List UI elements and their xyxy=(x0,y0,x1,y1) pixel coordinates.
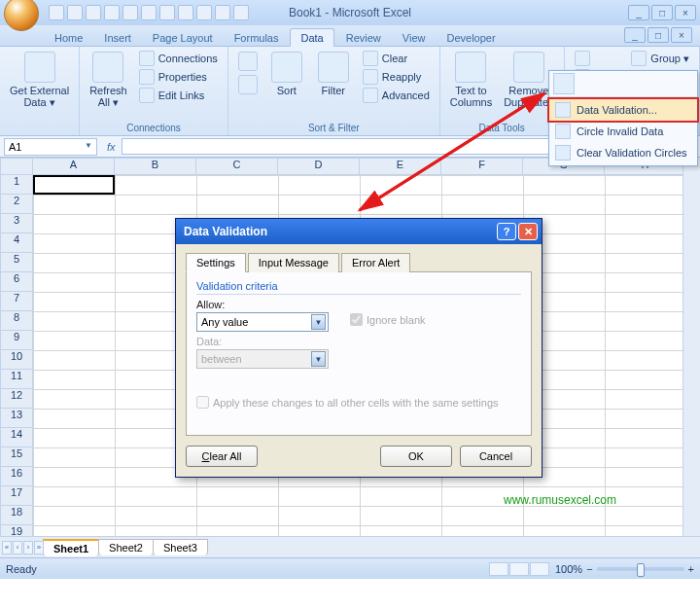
row-header[interactable]: 18 xyxy=(0,506,33,525)
row-header[interactable]: 7 xyxy=(0,292,33,311)
qat-item-icon[interactable] xyxy=(196,5,212,20)
doc-close-button[interactable]: × xyxy=(671,27,692,43)
chevron-down-icon[interactable]: ▼ xyxy=(311,314,326,330)
row-header[interactable]: 14 xyxy=(0,428,33,447)
dialog-help-button[interactable]: ? xyxy=(497,223,516,240)
doc-restore-button[interactable]: □ xyxy=(648,27,669,43)
chevron-down-icon[interactable]: ▼ xyxy=(85,141,92,153)
sort-button[interactable]: Sort xyxy=(265,50,308,122)
sheet-nav-prev[interactable]: ‹ xyxy=(13,541,22,554)
qat-redo-icon[interactable] xyxy=(86,5,101,20)
refresh-all-button[interactable]: Refresh All ▾ xyxy=(86,50,131,122)
filter-button[interactable]: Filter xyxy=(312,50,355,122)
row-header[interactable]: 12 xyxy=(0,389,33,409)
text-to-columns-button[interactable]: Text to Columns xyxy=(446,50,496,122)
column-header[interactable]: E xyxy=(360,158,441,175)
qat-item-icon[interactable] xyxy=(141,5,157,20)
get-external-data-button[interactable]: Get External Data ▾ xyxy=(6,50,73,122)
cancel-button[interactable]: Cancel xyxy=(460,446,532,467)
tab-formulas[interactable]: Formulas xyxy=(225,29,289,46)
maximize-button[interactable]: □ xyxy=(651,5,673,20)
dialog-tab-settings[interactable]: Settings xyxy=(186,253,246,272)
zoom-percent[interactable]: 100% xyxy=(555,563,582,575)
qat-item-icon[interactable] xyxy=(159,5,175,20)
zoom-out-button[interactable]: − xyxy=(586,563,592,575)
reapply-button[interactable]: Reapply xyxy=(359,68,434,86)
tab-page-layout[interactable]: Page Layout xyxy=(143,29,223,46)
tab-home[interactable]: Home xyxy=(45,29,92,46)
tab-developer[interactable]: Developer xyxy=(437,29,505,46)
tab-view[interactable]: View xyxy=(393,29,436,46)
row-header[interactable]: 17 xyxy=(0,486,33,506)
menu-clear-circles[interactable]: Clear Validation Circles xyxy=(549,142,697,163)
sheet-tab-2[interactable]: Sheet2 xyxy=(98,539,154,555)
row-header[interactable]: 11 xyxy=(0,370,33,389)
row-header[interactable]: 10 xyxy=(0,350,33,370)
sheet-nav-next[interactable]: › xyxy=(23,541,33,554)
row-header[interactable]: 9 xyxy=(0,331,33,350)
dialog-close-button[interactable]: ✕ xyxy=(518,223,538,240)
menu-data-validation[interactable]: Data Validation... xyxy=(547,97,699,123)
data-validation-icon xyxy=(553,73,575,94)
advanced-button[interactable]: Advanced xyxy=(359,87,434,104)
sheet-nav-first[interactable]: « xyxy=(2,541,12,554)
sheet-tab-3[interactable]: Sheet3 xyxy=(153,539,208,555)
select-all-corner[interactable] xyxy=(0,158,33,175)
group-button[interactable]: Group ▾ xyxy=(627,50,693,67)
row-header[interactable]: 16 xyxy=(0,467,33,486)
clear-button[interactable]: Clear xyxy=(359,50,434,67)
sheet-nav-last[interactable]: » xyxy=(34,541,44,554)
column-header[interactable]: B xyxy=(115,158,196,175)
view-break-button[interactable] xyxy=(530,562,549,576)
column-header[interactable]: D xyxy=(278,158,360,175)
tab-insert[interactable]: Insert xyxy=(94,29,141,46)
view-layout-button[interactable] xyxy=(509,562,529,576)
tab-data[interactable]: Data xyxy=(290,28,333,47)
qat-print-icon[interactable] xyxy=(104,5,120,20)
row-header[interactable]: 8 xyxy=(0,311,33,331)
column-header[interactable]: F xyxy=(441,158,523,175)
qat-undo-icon[interactable] xyxy=(67,5,83,20)
qat-item-icon[interactable] xyxy=(215,5,230,20)
zoom-in-button[interactable]: + xyxy=(688,563,694,575)
minimize-button[interactable]: _ xyxy=(628,5,649,20)
dialog-title-bar[interactable]: Data Validation ? ✕ xyxy=(176,219,542,244)
vertical-scrollbar[interactable] xyxy=(682,158,700,536)
ok-button[interactable]: OK xyxy=(380,446,452,467)
dialog-tab-error-alert[interactable]: Error Alert xyxy=(341,253,411,272)
column-header[interactable]: C xyxy=(196,158,278,175)
column-header[interactable]: A xyxy=(33,158,115,175)
row-header[interactable]: 4 xyxy=(0,233,33,253)
row-header[interactable]: 13 xyxy=(0,409,33,428)
edit-links-button[interactable]: Edit Links xyxy=(135,87,222,104)
name-box[interactable]: A1▼ xyxy=(4,138,97,156)
qat-item-icon[interactable] xyxy=(233,5,249,20)
row-header[interactable]: 2 xyxy=(0,195,33,214)
sort-icon xyxy=(271,52,302,83)
dialog-tab-input-message[interactable]: Input Message xyxy=(248,253,339,272)
row-header[interactable]: 5 xyxy=(0,253,33,272)
sort-az-button[interactable] xyxy=(234,50,262,122)
view-normal-button[interactable] xyxy=(489,562,508,576)
row-header[interactable]: 3 xyxy=(0,214,33,233)
doc-minimize-button[interactable]: _ xyxy=(624,27,646,43)
row-header[interactable]: 1 xyxy=(0,175,33,195)
qat-item-icon[interactable] xyxy=(178,5,193,20)
connections-button[interactable]: Connections xyxy=(135,50,222,67)
close-button[interactable]: × xyxy=(675,5,696,20)
row-header[interactable]: 15 xyxy=(0,447,33,467)
data-validation-split-button[interactable] xyxy=(571,50,594,67)
watermark-link[interactable]: www.rumusexcel.com xyxy=(504,493,616,507)
menu-circle-invalid[interactable]: Circle Invalid Data xyxy=(549,121,697,142)
tab-review[interactable]: Review xyxy=(336,29,391,46)
active-cell[interactable] xyxy=(33,175,115,195)
sheet-tab-1[interactable]: Sheet1 xyxy=(43,539,99,556)
fx-icon[interactable]: fx xyxy=(101,141,122,153)
properties-button[interactable]: Properties xyxy=(135,68,222,86)
qat-save-icon[interactable] xyxy=(49,5,64,20)
qat-item-icon[interactable] xyxy=(122,5,138,20)
allow-combobox[interactable]: Any value▼ xyxy=(196,312,329,332)
clear-all-button[interactable]: Clear All xyxy=(186,446,258,467)
row-header[interactable]: 6 xyxy=(0,272,33,292)
zoom-slider[interactable] xyxy=(597,567,684,571)
